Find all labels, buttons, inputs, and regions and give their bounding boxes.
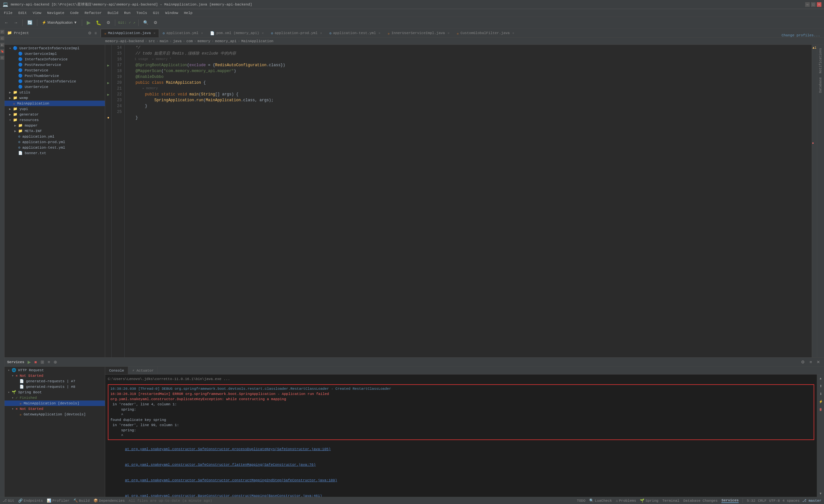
services-close-btn[interactable]: ✕ xyxy=(815,359,821,365)
service-http-request[interactable]: ▾ 🌐 HTTP Request xyxy=(5,367,105,373)
status-git[interactable]: ⎇ Git xyxy=(3,498,14,503)
breadcrumb-com[interactable]: com xyxy=(186,39,193,43)
status-terminal[interactable]: Terminal xyxy=(662,499,680,503)
services-stop-btn[interactable]: ■ xyxy=(33,359,38,365)
code-editor[interactable]: ▶ ▶ ▶ ● xyxy=(105,45,817,357)
tab-application-yml[interactable]: ⚙ application.yml ✕ xyxy=(159,29,207,37)
service-generated-8[interactable]: 📄 generated-requests | #8 xyxy=(5,384,105,389)
tree-item-userinterfaceinfo2[interactable]: 🔵 UserInterfaceInfoService xyxy=(5,79,105,84)
menu-tools[interactable]: Tools xyxy=(134,10,150,16)
menu-navigate[interactable]: Navigate xyxy=(44,10,67,16)
services-settings-btn[interactable]: ⚙ xyxy=(800,359,806,365)
service-spring-boot[interactable]: ▾ 🌱 Spring Boot xyxy=(5,389,105,395)
services-run-btn[interactable]: ▶ xyxy=(26,359,32,365)
close-button[interactable]: ✕ xyxy=(817,2,821,7)
console-tab-console[interactable]: Console xyxy=(105,367,128,374)
debug-button[interactable]: 🐛 xyxy=(94,19,103,26)
safe-constructor-link-3[interactable]: at org.yaml.snakeyaml.constructor.SafeCo… xyxy=(125,478,337,482)
console-action-2[interactable]: ⬇ xyxy=(817,390,824,397)
run-gutter-20[interactable]: ▶ xyxy=(105,92,111,97)
console-output[interactable]: C:\Users\Lenovo\.jdks\corretto-11.0.16.1… xyxy=(105,375,817,497)
project-panel-options[interactable]: ≡ xyxy=(94,30,98,36)
forward-button[interactable]: → xyxy=(12,19,19,26)
notifications-panel[interactable]: Notifications xyxy=(818,46,823,75)
back-button[interactable]: ← xyxy=(3,19,10,26)
menu-code[interactable]: Code xyxy=(68,10,81,16)
console-action-3[interactable]: ⚡ xyxy=(817,398,824,405)
database-panel[interactable]: Database xyxy=(818,75,823,95)
tree-item-postfavour[interactable]: 🔵 PostFavourService xyxy=(5,62,105,68)
services-filter-btn[interactable]: ⊞ xyxy=(39,359,45,365)
project-panel-settings[interactable]: ⚙ xyxy=(87,30,93,36)
tab-close-pom[interactable]: ✕ xyxy=(262,31,264,35)
menu-build[interactable]: Build xyxy=(105,10,121,16)
safe-constructor-link-1[interactable]: at org.yaml.snakeyaml.constructor.SafeCo… xyxy=(125,447,331,451)
tree-item-app-yml[interactable]: ⚙ application.yml xyxy=(5,134,105,139)
service-generated-7[interactable]: 📄 generated-requests | #7 xyxy=(5,378,105,384)
console-action-4[interactable]: 🗑 xyxy=(817,406,824,413)
menu-run[interactable]: Run xyxy=(121,10,133,16)
base-constructor-link[interactable]: at org.yaml.snakeyaml.constructor.BaseCo… xyxy=(125,494,322,497)
status-problems[interactable]: ⚠ Problems xyxy=(616,498,636,503)
tree-item-utils[interactable]: ▶ 📁 utils xyxy=(5,90,105,95)
tree-item-wxmp[interactable]: ▶ 📁 wxmp xyxy=(5,95,105,101)
menu-view[interactable]: View xyxy=(30,10,44,16)
tab-pom[interactable]: 📄 pom.xml (memory_api) ✕ xyxy=(206,29,267,37)
tab-main-application[interactable]: ☕ MainApplication.java ✕ xyxy=(101,29,159,37)
service-not-started-2[interactable]: ▾ ✕ Not Started xyxy=(5,406,105,411)
tree-item-postservice[interactable]: 🔵 PostService xyxy=(5,68,105,73)
service-gateway-devtools[interactable]: ☕ GatewayApplication [devtools] xyxy=(5,411,105,417)
maximize-button[interactable]: □ xyxy=(811,2,816,7)
status-services-active[interactable]: Services xyxy=(721,498,739,503)
console-scroll-down[interactable]: ▼ xyxy=(817,490,824,497)
change-profiles-button[interactable]: Change profiles... xyxy=(778,33,824,37)
status-luacheck[interactable]: 🔍 LuaCheck xyxy=(589,498,612,503)
tree-item-generator[interactable]: ▶ 📁 generator xyxy=(5,112,105,117)
console-scroll-up[interactable]: ▲ xyxy=(817,375,824,382)
breadcrumb-java[interactable]: java xyxy=(173,39,182,43)
tree-item-test-yml[interactable]: ⚙ application-test.yml xyxy=(5,145,105,150)
run-gutter-16[interactable]: ▶ xyxy=(105,62,111,68)
bookmarks-icon[interactable]: 🔖 xyxy=(0,49,4,53)
tab-close-filter[interactable]: ✕ xyxy=(512,31,514,35)
status-dependencies[interactable]: 📦 Dependencies xyxy=(94,498,125,503)
status-build[interactable]: 🔨 Build xyxy=(73,498,90,503)
safe-constructor-link-2[interactable]: at org.yaml.snakeyaml.constructor.SafeCo… xyxy=(125,463,316,467)
menu-edit[interactable]: Edit xyxy=(16,10,29,16)
breadcrumb-main-class[interactable]: MainApplication xyxy=(241,39,273,43)
commit-icon[interactable]: C xyxy=(0,36,4,40)
console-action-1[interactable]: ⬆ xyxy=(817,382,824,389)
menu-help[interactable]: Help xyxy=(182,10,195,16)
breadcrumb-memory-api[interactable]: memory_api xyxy=(215,39,237,43)
code-content[interactable]: */ // todo 如需开启 Redis，须移除 exclude 中的内容 1… xyxy=(125,45,812,357)
status-spring[interactable]: 🌱 Spring xyxy=(640,498,658,503)
run-gutter-19[interactable]: ▶ xyxy=(105,80,111,86)
tree-item-interfaceinfo[interactable]: 🔵 InterfaceInfoService xyxy=(5,56,105,62)
run-config-button[interactable]: ⚙ xyxy=(105,19,112,26)
menu-refactor[interactable]: Refactor xyxy=(82,10,104,16)
tab-close-test[interactable]: ✕ xyxy=(379,31,381,35)
service-not-started-1[interactable]: ▾ ✕ Not Started xyxy=(5,373,105,378)
breadcrumb-memory[interactable]: memory xyxy=(197,39,210,43)
breadcrumb-main[interactable]: main xyxy=(160,39,168,43)
settings-button[interactable]: ⚙ xyxy=(152,19,159,26)
structure-icon[interactable]: ≡ xyxy=(0,56,4,60)
tree-item-yupi[interactable]: ▶ 📁 yupi xyxy=(5,106,105,112)
tree-item-prod-yml[interactable]: ⚙ application-prod.yml xyxy=(5,139,105,145)
status-db-changes[interactable]: Database Changes xyxy=(684,499,718,503)
tree-item-metainf[interactable]: ▶ 📁 META-INF xyxy=(5,128,105,134)
menu-window[interactable]: Window xyxy=(163,10,181,16)
search-everywhere-button[interactable]: 🔍 xyxy=(141,19,150,26)
project-dropdown[interactable]: ⚡ MainApplication ▼ xyxy=(40,19,79,26)
tree-item-userservice2[interactable]: 🔵 UserService xyxy=(5,84,105,90)
status-profiler[interactable]: 📊 Profiler xyxy=(47,498,70,503)
run-icon[interactable]: ▶ xyxy=(0,43,4,47)
service-finished[interactable]: ▾ ✓ Finished xyxy=(5,395,105,400)
status-todo[interactable]: TODO xyxy=(577,499,585,503)
services-new-btn[interactable]: ⊕ xyxy=(52,359,59,365)
minimize-button[interactable]: ─ xyxy=(805,2,810,7)
tree-item-resources[interactable]: ▾ 📁 resources xyxy=(5,117,105,123)
tab-test-yml[interactable]: ⚙ application-test.yml ✕ xyxy=(326,29,384,37)
services-group-btn[interactable]: ≡ xyxy=(46,359,51,365)
breadcrumb-src[interactable]: src xyxy=(148,39,155,43)
